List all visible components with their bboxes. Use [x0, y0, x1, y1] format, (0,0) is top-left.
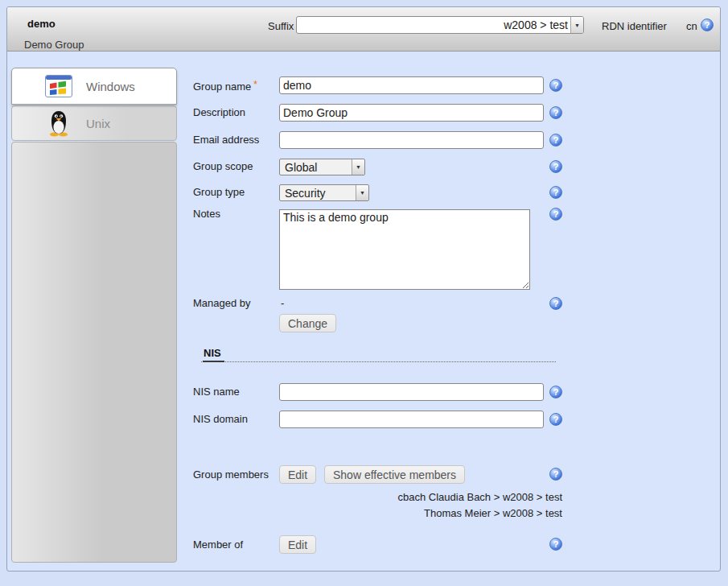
nis-section-title: NIS — [203, 347, 224, 362]
suffix-select-value: w2008 > test — [297, 19, 570, 31]
managed-by-label: Managed by — [193, 297, 251, 309]
help-icon[interactable]: ? — [701, 19, 714, 31]
list-item: cbach Claudia Bach > w2008 > test — [279, 489, 562, 506]
tab-unix[interactable]: Unix — [11, 105, 177, 141]
nis-domain-label: NIS domain — [193, 413, 248, 425]
page-title: demo — [27, 18, 56, 30]
chevron-down-icon[interactable]: ▼ — [352, 159, 364, 175]
edit-group-members-button[interactable]: Edit — [279, 465, 316, 484]
help-icon[interactable]: ? — [549, 208, 562, 221]
tux-penguin-icon — [44, 110, 73, 136]
help-icon[interactable]: ? — [549, 134, 562, 146]
group-scope-select[interactable]: Global ▼ — [279, 159, 365, 175]
windows-logo-icon — [44, 73, 73, 99]
group-editor-window: demo Demo Group Suffix w2008 > test ▼ RD… — [6, 6, 721, 572]
chevron-down-icon[interactable]: ▼ — [570, 17, 583, 33]
group-type-value: Security — [280, 187, 356, 200]
managed-by-value: - — [281, 297, 284, 309]
tab-windows-label: Windows — [86, 80, 135, 93]
sidebar-panel — [11, 142, 177, 563]
group-members-label: Group members — [193, 468, 269, 481]
help-icon[interactable]: ? — [549, 413, 562, 426]
nis-name-input[interactable] — [279, 383, 544, 401]
group-scope-value: Global — [280, 161, 352, 174]
show-effective-members-button[interactable]: Show effective members — [324, 465, 465, 484]
tab-unix-label: Unix — [86, 117, 110, 130]
chevron-down-icon[interactable]: ▼ — [356, 185, 368, 200]
group-scope-label: Group scope — [193, 160, 253, 172]
help-icon[interactable]: ? — [549, 468, 562, 481]
rdn-identifier-value: cn — [686, 20, 697, 32]
email-address-label: Email address — [193, 134, 259, 146]
change-button[interactable]: Change — [279, 314, 336, 332]
list-item: Thomas Meier > w2008 > test — [279, 506, 562, 522]
description-label: Description — [193, 106, 245, 118]
help-icon[interactable]: ? — [549, 106, 562, 119]
description-input[interactable] — [279, 104, 544, 122]
page-subtitle: Demo Group — [24, 39, 84, 51]
help-icon[interactable]: ? — [549, 79, 562, 92]
email-address-input[interactable] — [279, 131, 544, 149]
help-icon[interactable]: ? — [549, 297, 562, 310]
group-members-list: cbach Claudia Bach > w2008 > test Thomas… — [279, 489, 562, 522]
edit-member-of-button[interactable]: Edit — [279, 535, 316, 554]
help-icon[interactable]: ? — [549, 538, 562, 551]
required-marker: * — [253, 79, 257, 90]
group-type-select[interactable]: Security ▼ — [279, 184, 369, 201]
notes-textarea[interactable]: This is a demo group — [279, 209, 530, 290]
header-bar: demo Demo Group Suffix w2008 > test ▼ RD… — [7, 7, 720, 52]
nis-name-label: NIS name — [193, 386, 240, 398]
group-name-input[interactable] — [279, 76, 544, 94]
help-icon[interactable]: ? — [549, 386, 562, 398]
group-name-label: Group name* — [193, 79, 257, 93]
rdn-identifier-label: RDN identifier — [602, 20, 667, 32]
notes-label: Notes — [193, 208, 220, 220]
member-of-label: Member of — [193, 539, 243, 551]
help-icon[interactable]: ? — [549, 186, 562, 199]
tab-windows[interactable]: Windows — [11, 68, 177, 105]
help-icon[interactable]: ? — [549, 160, 562, 173]
suffix-label: Suffix — [268, 20, 294, 32]
group-name-label-text: Group name — [193, 80, 251, 93]
group-type-label: Group type — [193, 186, 245, 198]
nis-section-header: NIS — [201, 345, 556, 362]
nis-domain-input[interactable] — [279, 411, 544, 428]
suffix-select[interactable]: w2008 > test ▼ — [296, 16, 584, 34]
module-sidebar: Windows Unix — [11, 68, 177, 563]
